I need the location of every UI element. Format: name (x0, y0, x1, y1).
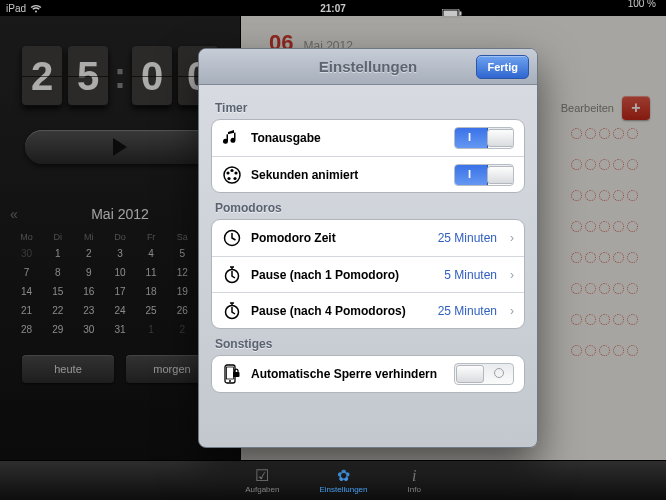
status-bar: iPad 21:07 100 % (0, 0, 666, 16)
wifi-icon (30, 4, 42, 13)
pomodoros-group: Pomodoro Zeit 25 Minuten › Pause (nach 1… (211, 219, 525, 329)
modal-title: Einstellungen (319, 58, 417, 75)
tab-bar: ☑ Aufgaben ✿ Einstellungen i Info (0, 460, 666, 500)
svg-rect-13 (227, 367, 234, 379)
lock-phone-icon (222, 364, 242, 384)
status-time: 21:07 (224, 3, 442, 14)
tab-settings-label: Einstellungen (319, 485, 367, 494)
svg-point-5 (234, 171, 237, 174)
status-device: iPad (6, 3, 26, 14)
row-animate[interactable]: Sekunden animiert I (212, 156, 524, 192)
info-icon: i (412, 468, 416, 484)
svg-point-14 (229, 380, 231, 382)
done-button[interactable]: Fertig (476, 55, 529, 79)
stopwatch-icon (222, 301, 242, 321)
row-pomodoro-length-label: Pomodoro Zeit (251, 231, 429, 245)
status-battery: 100 % (628, 0, 656, 9)
row-sound-label: Tonausgabe (251, 131, 445, 145)
settings-modal: Einstellungen Fertig Timer Tonausgabe I … (198, 48, 538, 448)
sound-icon (222, 128, 242, 148)
row-pomodoro-length[interactable]: Pomodoro Zeit 25 Minuten › (212, 220, 524, 256)
toggle-autolock[interactable]: I (454, 363, 514, 385)
svg-point-8 (226, 171, 229, 174)
row-break-short-value: 5 Minuten (444, 268, 497, 282)
chevron-right-icon: › (510, 268, 514, 282)
row-autolock-label: Automatische Sperre verhindern (251, 367, 445, 381)
film-icon (222, 165, 242, 185)
section-pomodoros-label: Pomodoros (215, 201, 521, 215)
clock-icon (222, 228, 242, 248)
row-break-long-label: Pause (nach 4 Pomodoros) (251, 304, 429, 318)
svg-point-7 (227, 176, 230, 179)
toggle-sound[interactable]: I (454, 127, 514, 149)
svg-point-6 (233, 176, 236, 179)
row-break-short[interactable]: Pause (nach 1 Pomodoro) 5 Minuten › (212, 256, 524, 292)
gear-icon: ✿ (337, 468, 350, 484)
stopwatch-icon (222, 265, 242, 285)
row-pomodoro-length-value: 25 Minuten (438, 231, 497, 245)
svg-rect-2 (460, 12, 462, 16)
row-break-long[interactable]: Pause (nach 4 Pomodoros) 25 Minuten › (212, 292, 524, 328)
svg-rect-15 (233, 372, 240, 377)
row-break-long-value: 25 Minuten (438, 304, 497, 318)
chevron-right-icon: › (510, 304, 514, 318)
tab-info-label: Info (407, 485, 420, 494)
other-group: Automatische Sperre verhindern I (211, 355, 525, 393)
svg-point-4 (230, 168, 233, 171)
tab-settings[interactable]: ✿ Einstellungen (319, 468, 367, 494)
tab-tasks-label: Aufgaben (245, 485, 279, 494)
row-animate-label: Sekunden animiert (251, 168, 445, 182)
tab-info[interactable]: i Info (407, 468, 420, 494)
chevron-right-icon: › (510, 231, 514, 245)
row-autolock[interactable]: Automatische Sperre verhindern I (212, 356, 524, 392)
modal-header: Einstellungen Fertig (199, 49, 537, 85)
toggle-animate[interactable]: I (454, 164, 514, 186)
row-sound[interactable]: Tonausgabe I (212, 120, 524, 156)
section-timer-label: Timer (215, 101, 521, 115)
section-other-label: Sonstiges (215, 337, 521, 351)
checklist-icon: ☑ (255, 468, 269, 484)
tab-tasks[interactable]: ☑ Aufgaben (245, 468, 279, 494)
timer-group: Tonausgabe I Sekunden animiert I (211, 119, 525, 193)
row-break-short-label: Pause (nach 1 Pomodoro) (251, 268, 435, 282)
